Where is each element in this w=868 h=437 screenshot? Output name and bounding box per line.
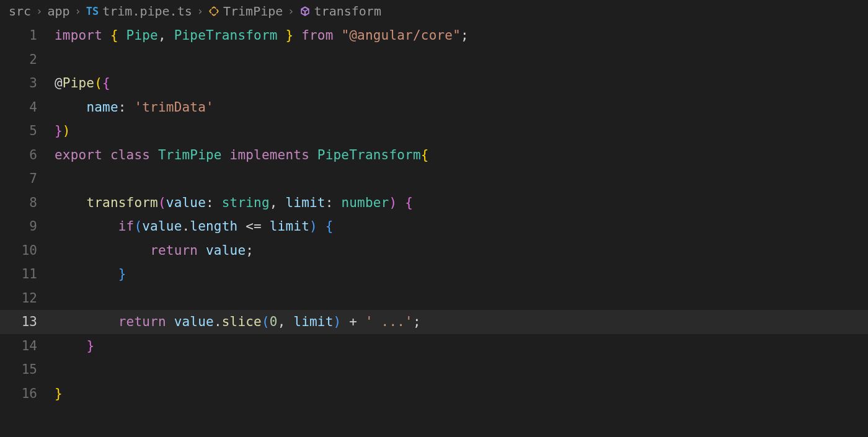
line-number: 12 <box>0 291 55 306</box>
method-icon <box>299 6 311 17</box>
code-line[interactable]: 16} <box>0 382 868 406</box>
code-content: if(value.length <= limit) { <box>55 219 334 234</box>
code-editor[interactable]: 1import { Pipe, PipeTransform } from "@a… <box>0 22 868 405</box>
breadcrumb-label: transform <box>314 4 381 19</box>
line-number: 7 <box>0 171 55 186</box>
code-content: } <box>55 267 126 281</box>
line-number: 4 <box>0 100 55 115</box>
breadcrumb-label: TrimPipe <box>223 4 283 19</box>
chevron-right-icon: › <box>288 5 294 17</box>
code-content: import { Pipe, PipeTransform } from "@an… <box>55 28 469 43</box>
code-line[interactable]: 3@Pipe({ <box>0 71 868 95</box>
line-number: 5 <box>0 123 55 138</box>
code-content: } <box>55 338 94 353</box>
code-line[interactable]: 6export class TrimPipe implements PipeTr… <box>0 143 868 167</box>
code-line[interactable]: 13 return value.slice(0, limit) + ' ...'… <box>0 310 868 334</box>
line-number: 14 <box>0 338 55 353</box>
chevron-right-icon: › <box>197 5 203 17</box>
breadcrumb-label: src <box>9 4 31 19</box>
breadcrumb-item-file[interactable]: TS trim.pipe.ts <box>86 4 192 19</box>
code-content: return value.slice(0, limit) + ' ...'; <box>55 314 421 329</box>
code-line[interactable]: 15 <box>0 358 868 382</box>
code-line[interactable]: 5}) <box>0 119 868 143</box>
breadcrumb-item-app[interactable]: app <box>47 4 69 19</box>
code-content: export class TrimPipe implements PipeTra… <box>55 148 429 162</box>
breadcrumb-item-class[interactable]: TrimPipe <box>208 4 283 19</box>
line-number: 9 <box>0 219 55 234</box>
code-content: transform(value: string, limit: number) … <box>55 195 413 210</box>
line-number: 1 <box>0 28 55 43</box>
chevron-right-icon: › <box>36 5 42 17</box>
code-line[interactable]: 4 name: 'trimData' <box>0 95 868 120</box>
line-number: 15 <box>0 362 55 377</box>
breadcrumb-label: trim.pipe.ts <box>102 4 192 19</box>
code-line[interactable]: 14 } <box>0 334 868 358</box>
code-content: name: 'trimData' <box>55 100 214 115</box>
line-number: 13 <box>0 314 55 329</box>
line-number: 2 <box>0 52 55 67</box>
line-number: 6 <box>0 148 55 162</box>
line-number: 8 <box>0 195 55 210</box>
code-line[interactable]: 12 <box>0 286 868 311</box>
breadcrumb-item-src[interactable]: src <box>9 4 31 19</box>
code-line[interactable]: 11 } <box>0 262 868 286</box>
line-number: 11 <box>0 267 55 281</box>
breadcrumb-label: app <box>47 4 69 19</box>
chevron-right-icon: › <box>75 5 81 17</box>
code-line[interactable]: 7 <box>0 167 868 191</box>
line-number: 3 <box>0 76 55 90</box>
line-number: 10 <box>0 243 55 258</box>
line-number: 16 <box>0 386 55 401</box>
code-content: @Pipe({ <box>55 76 110 90</box>
breadcrumb-item-method[interactable]: transform <box>299 4 381 19</box>
breadcrumb: src › app › TS trim.pipe.ts › TrimPipe ›… <box>0 0 868 22</box>
typescript-file-icon: TS <box>86 5 99 17</box>
class-icon <box>208 6 219 17</box>
code-line[interactable]: 1import { Pipe, PipeTransform } from "@a… <box>0 24 868 48</box>
code-content: return value; <box>55 243 254 258</box>
code-line[interactable]: 9 if(value.length <= limit) { <box>0 214 868 239</box>
code-content: }) <box>55 123 71 138</box>
code-line[interactable]: 8 transform(value: string, limit: number… <box>0 191 868 215</box>
code-content: } <box>55 386 63 401</box>
code-line[interactable]: 2 <box>0 48 868 72</box>
code-line[interactable]: 10 return value; <box>0 239 868 263</box>
